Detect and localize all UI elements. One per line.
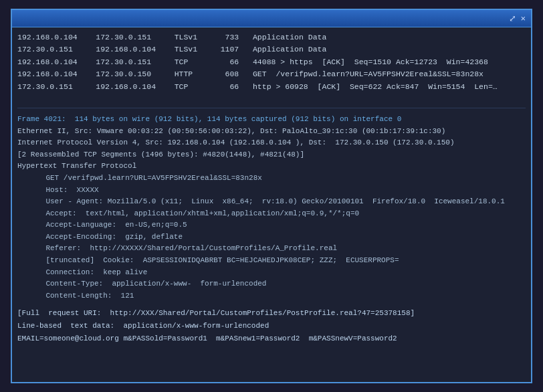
- detail-section: Frame 4021: 114 bytes on wire (912 bits)…: [17, 108, 526, 345]
- http-detail-8: Connection: keep alive: [17, 267, 526, 279]
- http-detail-2: User - Agent: Mozilla/5.0 (x11; Linux x8…: [17, 196, 526, 208]
- ip-line: Internet Protocol Version 4, Src: 192.16…: [17, 137, 526, 149]
- frame-line: Frame 4021: 114 bytes on wire (912 bits)…: [17, 114, 526, 126]
- close-button[interactable]: ×: [520, 14, 526, 23]
- log-content: 192.168.0.104 172.30.0.151 TLSv1 733 App…: [12, 27, 531, 382]
- maximize-button[interactable]: ⤢: [509, 14, 516, 23]
- main-window: ⤢ × 192.168.0.104 172.30.0.151 TLSv1 733…: [11, 9, 532, 383]
- http-detail-0: GET /verifpwd.learn?URL=AV5FPSHV2Ereal&S…: [17, 173, 526, 185]
- full-request-uri: [Full request URI: http://XXX/Shared/Por…: [17, 307, 526, 320]
- table-row: 172.30.0.151 192.168.0.104 TCP 66 http >…: [17, 81, 526, 93]
- tcp-reassembled: [2 Reassembled TCP Segments (1496 bytes)…: [17, 149, 526, 161]
- ethernet-line: Ethernet II, Src: Vmware 00:03:22 (00:50…: [17, 126, 526, 138]
- table-row: 192.168.0.104 172.30.0.151 TCP 66 44088 …: [17, 56, 526, 68]
- http-detail-3: Accept: text/html, application/xhtml+xml…: [17, 208, 526, 220]
- table-row: 192.168.0.104 172.30.0.150 HTTP 608 GET …: [17, 68, 526, 80]
- http-detail-4: Accept-Language: en-US,en;q=0.5: [17, 219, 526, 231]
- http-detail-9: Content-Type: application/x-www- form-ur…: [17, 278, 526, 290]
- email-credentials-line: EMAIL=someone@cloud.org m&PASSold=Passwo…: [17, 332, 526, 345]
- line-based-text: Line-based text data: application/x-www-…: [17, 320, 526, 332]
- titlebar: ⤢ ×: [12, 10, 531, 27]
- http-proto: Hypertext Transfer Protocol: [17, 161, 526, 173]
- http-detail-10: Content-Length: 121: [17, 290, 526, 302]
- packet-table: 192.168.0.104 172.30.0.151 TLSv1 733 App…: [17, 31, 526, 93]
- http-detail-5: Accept-Encoding: gzip, deflate: [17, 231, 526, 243]
- titlebar-controls: ⤢ ×: [509, 14, 526, 23]
- http-detail-7: [truncated] Cookie: ASPSESSIONIDQABRBT B…: [17, 255, 526, 267]
- http-detail-6: Referer: http://XXXXX/Shared/Portal/Cust…: [17, 243, 526, 255]
- table-row: 192.168.0.104 172.30.0.151 TLSv1 733 App…: [17, 31, 526, 43]
- table-row: 172.30.0.151 192.168.0.104 TLSv1 1107 Ap…: [17, 43, 526, 56]
- http-detail-1: Host: XXXXX: [17, 185, 526, 197]
